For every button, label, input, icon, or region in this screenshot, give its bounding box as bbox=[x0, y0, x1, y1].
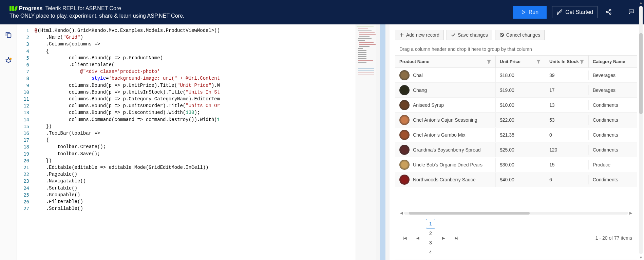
table-row[interactable]: Aniseed Syrup$10.0013Condiments bbox=[395, 98, 637, 113]
svg-line-5 bbox=[608, 12, 609, 13]
cell-product-name[interactable]: Chai bbox=[395, 68, 496, 82]
cell-category[interactable]: Beverages bbox=[589, 71, 637, 80]
column-header-name[interactable]: Product Name bbox=[395, 56, 496, 67]
vscroll-thumb[interactable] bbox=[639, 33, 643, 114]
scroll-left-arrow[interactable]: ◀ bbox=[399, 211, 404, 215]
copy-button[interactable] bbox=[5, 31, 12, 40]
pager-page-4[interactable]: 4 bbox=[426, 247, 435, 257]
cell-units-stock[interactable]: 6 bbox=[545, 175, 589, 184]
cell-unit-price[interactable]: $25.00 bbox=[496, 145, 545, 155]
pager-prev[interactable]: ◀ bbox=[413, 233, 422, 243]
svg-point-8 bbox=[7, 59, 10, 62]
cancel-changes-button[interactable]: Cancel changes bbox=[495, 30, 545, 40]
cell-category[interactable]: Condiments bbox=[589, 145, 637, 155]
vscroll-track[interactable] bbox=[639, 6, 643, 254]
cell-category[interactable]: Beverages bbox=[589, 85, 637, 95]
group-drop-area[interactable]: Drag a column header and drop it here to… bbox=[395, 43, 637, 55]
product-photo bbox=[399, 130, 410, 140]
tagline: The ONLY place to play, experiment, shar… bbox=[10, 13, 184, 19]
cell-unit-price[interactable]: $19.00 bbox=[496, 85, 545, 95]
cell-unit-price[interactable]: $21.35 bbox=[496, 130, 545, 140]
table-row[interactable]: Chang$19.0017Beverages bbox=[395, 83, 637, 98]
cell-product-name[interactable]: Northwoods Cranberry Sauce bbox=[395, 173, 496, 187]
cell-unit-price[interactable]: $22.00 bbox=[496, 115, 545, 125]
filter-icon[interactable] bbox=[487, 59, 491, 64]
grid-header: Product Name Unit Price Units In Stock C… bbox=[395, 56, 637, 68]
pager-last[interactable]: ▶| bbox=[452, 233, 461, 243]
hscroll-track[interactable] bbox=[404, 212, 628, 215]
cell-product-name[interactable]: Uncle Bob's Organic Dried Pears bbox=[395, 158, 496, 172]
cell-category[interactable]: Condiments bbox=[589, 130, 637, 140]
get-started-link[interactable]: Get Started bbox=[552, 6, 598, 18]
cell-units-stock[interactable]: 39 bbox=[545, 71, 589, 80]
scroll-right-arrow[interactable]: ▶ bbox=[628, 211, 633, 215]
column-header-stock[interactable]: Units In Stock bbox=[545, 56, 589, 67]
table-row[interactable]: Northwoods Cranberry Sauce$40.006Condime… bbox=[395, 172, 637, 187]
cell-product-name[interactable]: Chef Anton's Cajun Seasoning bbox=[395, 113, 496, 127]
cell-unit-price[interactable]: $18.00 bbox=[496, 71, 545, 80]
svg-rect-32 bbox=[358, 60, 373, 61]
run-button[interactable]: Run bbox=[513, 6, 547, 19]
cell-product-name[interactable]: Chef Anton's Gumbo Mix bbox=[395, 128, 496, 142]
cell-unit-price[interactable]: $40.00 bbox=[496, 175, 545, 184]
filter-icon[interactable] bbox=[536, 59, 541, 64]
brand: Progress Telerik REPL for ASP.NET Core bbox=[10, 5, 184, 12]
svg-rect-30 bbox=[358, 56, 366, 57]
scroll-up-arrow[interactable]: ▲ bbox=[639, 0, 643, 5]
cell-units-stock[interactable]: 53 bbox=[545, 115, 589, 125]
cell-units-stock[interactable]: 17 bbox=[545, 85, 589, 95]
cell-category[interactable]: Produce bbox=[589, 160, 637, 169]
cell-unit-price[interactable]: $10.00 bbox=[496, 100, 545, 110]
cell-unit-price[interactable]: $30.00 bbox=[496, 160, 545, 169]
cell-units-stock[interactable]: 13 bbox=[545, 100, 589, 110]
table-row[interactable]: Uncle Bob's Organic Dried Pears$30.0015P… bbox=[395, 157, 637, 172]
rocket-icon bbox=[556, 9, 563, 15]
table-row[interactable]: Chai$18.0039Beverages bbox=[395, 68, 637, 83]
table-row[interactable]: Grandma's Boysenberry Spread$25.00120Con… bbox=[395, 142, 637, 157]
debug-button[interactable] bbox=[4, 57, 13, 66]
share-button[interactable] bbox=[603, 6, 614, 19]
main-area: 1234567891011121314151617181920212223242… bbox=[0, 24, 644, 260]
minimap[interactable] bbox=[356, 24, 376, 260]
cell-product-name[interactable]: Aniseed Syrup bbox=[395, 98, 496, 112]
grid-body[interactable]: Chai$18.0039BeveragesChang$19.0017Bevera… bbox=[395, 68, 637, 210]
cell-product-name[interactable]: Chang bbox=[395, 83, 496, 97]
code-area[interactable]: @(Html.Kendo().Grid<Kendo.Mvc.Examples.M… bbox=[33, 24, 376, 260]
filter-icon[interactable] bbox=[580, 59, 584, 64]
scroll-down-arrow[interactable]: ▼ bbox=[639, 255, 643, 260]
svg-point-2 bbox=[606, 11, 608, 13]
feedback-button[interactable] bbox=[626, 6, 637, 19]
save-changes-button[interactable]: Save changes bbox=[447, 30, 492, 40]
play-icon bbox=[521, 10, 526, 15]
cell-category[interactable]: Condiments bbox=[589, 175, 637, 184]
cell-category[interactable]: Condiments bbox=[589, 115, 637, 125]
code-editor-panel[interactable]: 1234567891011121314151617181920212223242… bbox=[17, 24, 376, 260]
share-icon bbox=[606, 9, 612, 15]
header-divider bbox=[620, 7, 620, 17]
data-grid: Product Name Unit Price Units In Stock C… bbox=[395, 55, 637, 260]
column-header-category[interactable]: Category Name bbox=[589, 56, 637, 67]
pager-page-1[interactable]: 1 bbox=[426, 219, 435, 228]
table-row[interactable]: Chef Anton's Cajun Seasoning$22.0053Cond… bbox=[395, 113, 637, 127]
table-row[interactable]: Chef Anton's Gumbo Mix$21.350Condiments bbox=[395, 127, 637, 142]
page-vertical-scrollbar[interactable]: ▲ ▼ bbox=[639, 0, 643, 260]
column-header-price[interactable]: Unit Price bbox=[496, 56, 545, 67]
cell-product-name[interactable]: Grandma's Boysenberry Spread bbox=[395, 143, 496, 157]
splitter-handle[interactable] bbox=[376, 24, 390, 260]
svg-rect-35 bbox=[358, 71, 374, 71]
cell-units-stock[interactable]: 120 bbox=[545, 145, 589, 155]
pager-next[interactable]: ▶ bbox=[439, 233, 448, 243]
cell-units-stock[interactable]: 0 bbox=[545, 130, 589, 140]
svg-rect-25 bbox=[359, 46, 370, 47]
cell-units-stock[interactable]: 15 bbox=[545, 160, 589, 169]
horizontal-scrollbar[interactable]: ◀ ▶ bbox=[395, 210, 637, 216]
pager-page-2[interactable]: 2 bbox=[426, 228, 435, 238]
pager-first[interactable]: |◀ bbox=[400, 233, 410, 243]
header-left: Progress Telerik REPL for ASP.NET Core T… bbox=[10, 5, 184, 19]
cell-category[interactable]: Condiments bbox=[589, 100, 637, 110]
product-photo bbox=[399, 85, 410, 95]
pager-page-3[interactable]: 3 bbox=[426, 238, 435, 247]
hscroll-thumb[interactable] bbox=[409, 212, 530, 215]
svg-rect-18 bbox=[359, 32, 375, 33]
add-record-button[interactable]: Add new record bbox=[395, 30, 444, 40]
